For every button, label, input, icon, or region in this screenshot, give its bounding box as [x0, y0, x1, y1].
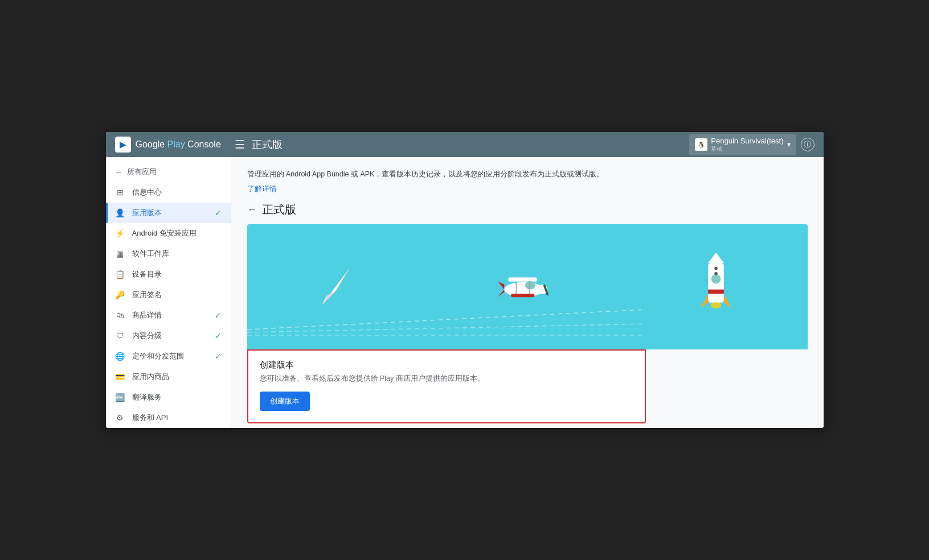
- svg-point-19: [711, 302, 722, 308]
- sidebar-item-android-instant[interactable]: ⚡Android 免安装应用: [106, 223, 231, 244]
- sidebar-label-in-app: 应用内商品: [132, 372, 169, 382]
- sidebar-label-pricing: 定价和分发范围: [132, 351, 184, 361]
- sidebar-check-content-rating: ✓: [215, 331, 222, 340]
- sidebar-icon-content-rating: 🛡: [115, 331, 125, 341]
- sidebar-check-store-detail: ✓: [215, 311, 222, 320]
- top-bar-center: ☰ 正式版: [235, 138, 283, 151]
- sidebar-label-artifact: 软件工件库: [132, 249, 169, 259]
- sidebar-items-container: ⊞信息中心👤应用版本✓⚡Android 免安装应用▦软件工件库📋设备目录🔑应用签…: [106, 182, 231, 428]
- logo-play: Play: [167, 139, 185, 149]
- logo-text: Google Play Console: [136, 139, 221, 150]
- svg-line-2: [326, 291, 335, 298]
- svg-point-17: [711, 274, 721, 284]
- sidebar-icon-android-instant: ⚡: [115, 228, 125, 238]
- sidebar-item-info-center[interactable]: ⊞信息中心: [106, 182, 231, 203]
- sidebar-label-content-rating: 内容分级: [132, 331, 162, 341]
- app-selector-name: Penguin Survival(test): [711, 137, 783, 145]
- sidebar-icon-translate: 🔤: [115, 392, 125, 402]
- svg-marker-16: [724, 295, 732, 308]
- sidebar-back[interactable]: ← 所有应用: [106, 162, 231, 182]
- back-icon: ←: [115, 168, 122, 176]
- sidebar-label-services-api: 服务和 API: [132, 413, 169, 423]
- info-icon[interactable]: ⓘ: [801, 138, 815, 151]
- browser-window: ▶ Google Play Console ☰ 正式版 🐧 Penguin Su…: [106, 132, 824, 428]
- sidebar-icon-services-api: ⚙: [115, 413, 125, 423]
- main-layout: ← 所有应用 ⊞信息中心👤应用版本✓⚡Android 免安装应用▦软件工件库📋设…: [106, 157, 824, 428]
- sidebar: ← 所有应用 ⊞信息中心👤应用版本✓⚡Android 免安装应用▦软件工件库📋设…: [106, 157, 231, 428]
- create-card-title: 创建版本: [260, 360, 633, 370]
- sidebar-item-store-detail[interactable]: 🛍商品详情✓: [106, 305, 231, 326]
- sidebar-check-pricing: ✓: [215, 352, 222, 361]
- sidebar-item-in-app[interactable]: 💳应用内商品: [106, 367, 231, 387]
- section-title: 正式版: [262, 202, 296, 217]
- svg-marker-14: [708, 253, 724, 263]
- sidebar-icon-in-app: 💳: [115, 372, 125, 382]
- sidebar-icon-pricing: 🌐: [115, 351, 125, 361]
- content-description: 管理应用的 Android App Bundle 或 APK，查看版本历史记录，…: [247, 168, 808, 180]
- create-card-desc: 您可以准备、查看然后发布您提供给 Play 商店用户提供的应用版本。: [260, 374, 633, 384]
- create-version-card: 创建版本 您可以准备、查看然后发布您提供给 Play 商店用户提供的应用版本。 …: [247, 349, 646, 423]
- sidebar-item-artifact[interactable]: ▦软件工件库: [106, 244, 231, 264]
- illustration-area: [247, 224, 808, 349]
- sidebar-item-device-catalog[interactable]: 📋设备目录: [106, 264, 231, 285]
- sidebar-item-services-api[interactable]: ⚙服务和 API: [106, 407, 231, 428]
- svg-point-20: [714, 267, 718, 270]
- sidebar-label-device-catalog: 设备目录: [132, 269, 162, 279]
- sidebar-icon-device-catalog: 📋: [115, 269, 125, 279]
- sidebar-item-app-signing[interactable]: 🔑应用签名: [106, 285, 231, 305]
- svg-rect-18: [708, 290, 724, 294]
- hamburger-icon[interactable]: ☰: [235, 138, 245, 151]
- top-bar-right: 🐧 Penguin Survival(test) 草稿 ▾ ⓘ: [689, 134, 814, 155]
- svg-point-9: [525, 281, 535, 290]
- sidebar-label-android-instant: Android 免安装应用: [132, 228, 197, 238]
- app-selector-icon: 🐧: [695, 138, 707, 151]
- svg-line-23: [247, 324, 646, 332]
- sidebar-item-app-version[interactable]: 👤应用版本✓: [106, 203, 231, 223]
- app-selector-text: Penguin Survival(test) 草稿: [711, 137, 783, 153]
- rocket-icon: [693, 250, 739, 324]
- section-back-arrow[interactable]: ←: [247, 204, 257, 216]
- page-title: 正式版: [252, 138, 283, 151]
- sidebar-item-translate[interactable]: 🔤翻译服务: [106, 387, 231, 407]
- svg-rect-8: [511, 294, 535, 297]
- sidebar-icon-app-signing: 🔑: [115, 290, 125, 300]
- sidebar-icon-app-version: 👤: [115, 208, 125, 218]
- svg-line-22: [247, 310, 646, 330]
- app-selector-sub: 草稿: [711, 145, 783, 153]
- dropdown-icon: ▾: [787, 141, 791, 149]
- sidebar-check-app-version: ✓: [215, 208, 222, 217]
- content-area: 管理应用的 Android App Bundle 或 APK，查看版本历史记录，…: [231, 157, 824, 428]
- sidebar-icon-store-detail: 🛍: [115, 310, 125, 320]
- sidebar-item-pricing[interactable]: 🌐定价和分发范围✓: [106, 346, 231, 367]
- create-version-button[interactable]: 创建版本: [260, 392, 310, 411]
- svg-marker-1: [322, 291, 335, 305]
- section-title-row: ← 正式版: [247, 202, 808, 217]
- sidebar-label-translate: 翻译服务: [132, 392, 162, 402]
- app-selector[interactable]: 🐧 Penguin Survival(test) 草稿 ▾: [689, 134, 796, 155]
- svg-marker-5: [498, 282, 505, 290]
- svg-marker-6: [498, 290, 505, 298]
- top-bar: ▶ Google Play Console ☰ 正式版 🐧 Penguin Su…: [106, 132, 824, 157]
- sidebar-label-info-center: 信息中心: [132, 187, 162, 197]
- svg-rect-7: [509, 278, 537, 282]
- sidebar-label-app-signing: 应用签名: [132, 290, 162, 300]
- sidebar-item-content-rating[interactable]: 🛡内容分级✓: [106, 326, 231, 346]
- sidebar-icon-info-center: ⊞: [115, 187, 125, 197]
- learn-link[interactable]: 了解详情: [247, 185, 277, 193]
- svg-point-21: [714, 272, 718, 275]
- sidebar-label-store-detail: 商品详情: [132, 310, 162, 320]
- logo: ▶ Google Play Console: [115, 137, 221, 153]
- sidebar-back-label: 所有应用: [127, 167, 157, 177]
- paper-plane-icon: [316, 264, 355, 310]
- sidebar-icon-artifact: ▦: [115, 249, 125, 259]
- biplane-icon: [493, 258, 555, 315]
- svg-marker-15: [700, 295, 708, 308]
- sidebar-label-app-version: 应用版本: [132, 208, 162, 218]
- logo-icon: ▶: [115, 137, 131, 153]
